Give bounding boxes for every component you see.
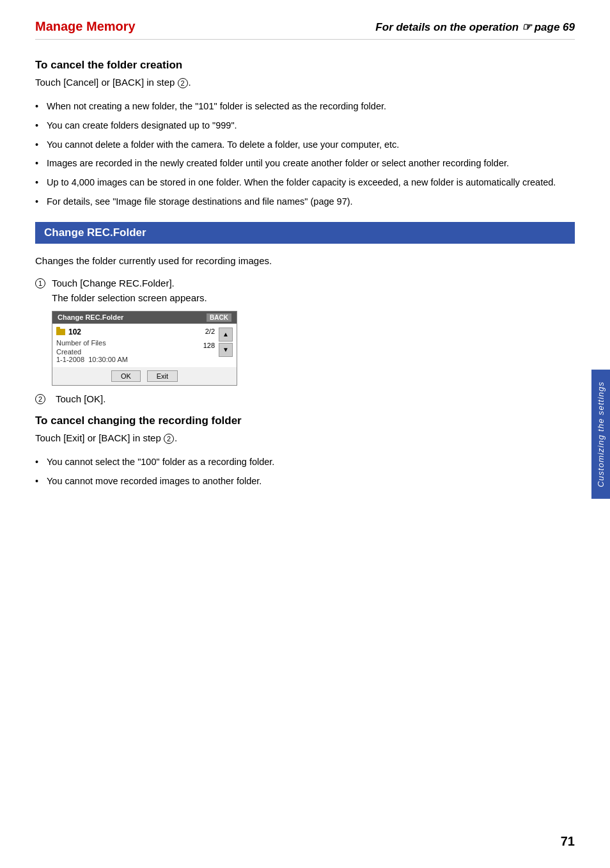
cancel-folder-bullets: When not creating a new folder, the "101… bbox=[35, 100, 575, 209]
step-circle-2c: 2 bbox=[164, 434, 174, 444]
cancel-recording-section: To cancel changing the recording folder … bbox=[35, 414, 575, 489]
step-circle-2b: 2 bbox=[35, 394, 45, 404]
ui-num-files-label: Number of Files bbox=[56, 339, 187, 347]
bullet-item: When not creating a new folder, the "101… bbox=[35, 100, 575, 114]
page-icon: ☞ bbox=[522, 21, 531, 33]
cancel-folder-title: To cancel the folder creation bbox=[35, 59, 575, 72]
ui-created-label: Created bbox=[56, 348, 187, 356]
step2-number: 2 bbox=[35, 393, 48, 404]
ui-scroll-col: ▲ ▼ bbox=[219, 327, 233, 357]
header-title-right: For details on the operation ☞ page 69 bbox=[375, 20, 575, 34]
side-tab: Customizing the settings bbox=[591, 370, 610, 499]
step2-text: Touch [OK]. bbox=[56, 393, 106, 404]
bullet-item: For details, see "Image file storage des… bbox=[35, 195, 575, 209]
step1-number: 1 bbox=[35, 278, 48, 288]
page-header: Manage Memory For details on the operati… bbox=[35, 19, 575, 40]
cancel-recording-title: To cancel changing the recording folder bbox=[35, 414, 575, 427]
bullet-item: You can create folders designated up to … bbox=[35, 119, 575, 133]
step1-text: Touch [Change REC.Folder]. bbox=[52, 278, 175, 288]
bullet-item: You cannot delete a folder with the came… bbox=[35, 138, 575, 152]
step-circle-1: 1 bbox=[35, 278, 45, 288]
ui-folder-name: 102 bbox=[68, 327, 81, 336]
step-circle-2: 2 bbox=[178, 78, 188, 88]
bullet-item: Up to 4,000 images can be stored in one … bbox=[35, 176, 575, 190]
cancel-folder-creation-section: To cancel the folder creation Touch [Can… bbox=[35, 59, 575, 209]
page-number: 71 bbox=[561, 834, 575, 849]
ui-main-row: 102 Number of Files Created 1-1-2008 10:… bbox=[52, 324, 237, 367]
cancel-recording-body: Touch [Exit] or [BACK] in step 2. bbox=[35, 432, 575, 444]
ui-screenshot-footer: OK Exit bbox=[52, 367, 237, 385]
ui-datetime-row: 1-1-2008 10:30:00 AM bbox=[56, 356, 187, 363]
ui-screenshot-header: Change REC.Folder BACK bbox=[52, 312, 237, 324]
bullet-item: Images are recorded in the newly created… bbox=[35, 157, 575, 171]
ui-page-indicator: 2/2 bbox=[192, 327, 215, 335]
header-title-left: Manage Memory bbox=[35, 19, 136, 34]
sub-bullet-item: You cannot select the "100" folder as a … bbox=[35, 455, 575, 470]
ui-value-col: 2/2 128 bbox=[192, 327, 215, 349]
cancel-folder-body: Touch [Cancel] or [BACK] in step 2. bbox=[35, 77, 575, 88]
change-rec-description: Changes the folder currently used for re… bbox=[35, 255, 575, 266]
scroll-down-button[interactable]: ▼ bbox=[219, 343, 233, 357]
sub-bullet-item: You cannot move recorded images to anoth… bbox=[35, 475, 575, 489]
ui-screenshot-box: Change REC.Folder BACK 102 Number of Fil… bbox=[52, 311, 237, 386]
ui-folder-row: 102 bbox=[56, 327, 187, 336]
scroll-up-button[interactable]: ▲ bbox=[219, 327, 233, 342]
ui-num-files-value: 128 bbox=[192, 342, 215, 349]
ui-header-title: Change REC.Folder bbox=[58, 313, 123, 321]
ui-info: 102 Number of Files Created 1-1-2008 10:… bbox=[56, 327, 187, 365]
step1-item: 1 Touch [Change REC.Folder]. bbox=[35, 278, 575, 288]
ui-back-button[interactable]: BACK bbox=[207, 313, 231, 322]
step1-content: Touch [Change REC.Folder]. bbox=[52, 278, 575, 288]
ui-ok-button[interactable]: OK bbox=[111, 370, 141, 382]
folder-icon bbox=[56, 329, 65, 335]
step2-item: 2 Touch [OK]. bbox=[35, 393, 575, 404]
step1-sub: The folder selection screen appears. bbox=[52, 292, 575, 303]
cancel-recording-bullets: You cannot select the "100" folder as a … bbox=[35, 455, 575, 489]
change-rec-folder-bar: Change REC.Folder bbox=[35, 222, 575, 244]
ui-exit-button[interactable]: Exit bbox=[147, 370, 178, 382]
